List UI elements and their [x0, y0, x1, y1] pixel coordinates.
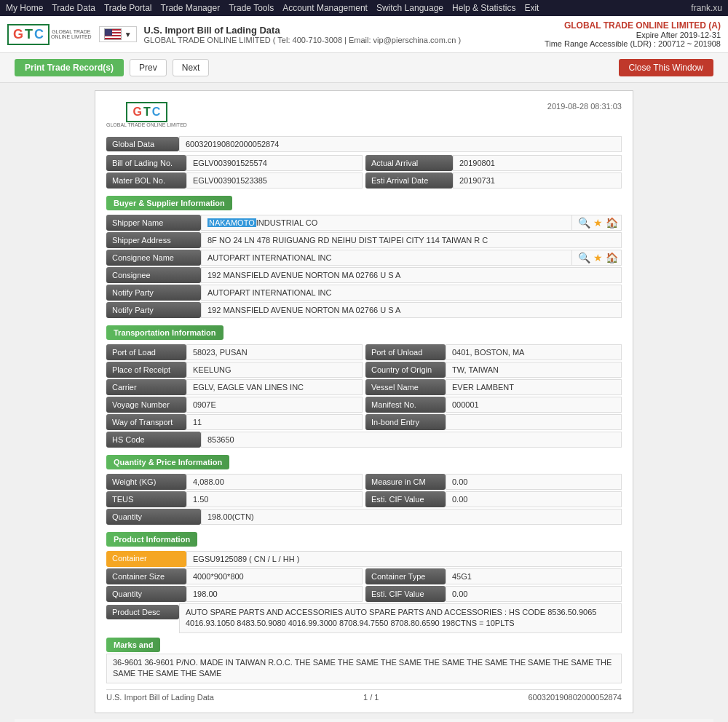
country-of-origin-value: TW, TAIWAN [446, 362, 622, 378]
product-desc-value: AUTO SPARE PARTS AND ACCESSORIES AUTO SP… [179, 603, 622, 633]
print-button-top[interactable]: Print Trade Record(s) [15, 59, 124, 76]
bol-value: EGLV003901525574 [186, 155, 363, 171]
nav-help-statistics[interactable]: Help & Statistics [452, 3, 515, 13]
product-esti-cif-label: Esti. CIF Value [365, 586, 446, 602]
language-selector[interactable]: ▼ [99, 26, 137, 42]
teus-cif-row: TEUS 1.50 Esti. CIF Value 0.00 [106, 491, 622, 507]
way-of-transport-label: Way of Transport [106, 414, 186, 430]
quantity-row: Quantity 198.00(CTN) [106, 509, 622, 525]
nav-exit[interactable]: Exit [524, 3, 539, 13]
mater-bol-label: Mater BOL No. [106, 172, 186, 189]
user-name: frank.xu [691, 3, 722, 13]
esti-arrival-value: 20190731 [453, 172, 622, 189]
transportation-section: Transportation Information Port of Load … [106, 320, 622, 448]
nav-account-management[interactable]: Account Management [282, 3, 368, 13]
port-row: Port of Load 58023, PUSAN Port of Unload… [106, 344, 622, 360]
weight-label: Weight (KG) [106, 474, 186, 490]
product-header: Product Information [106, 532, 197, 547]
marks-value: 36-9601 36-9601 P/NO. MADE IN TAIWAN R.O… [106, 654, 622, 683]
voyage-number-label: Voyage Number [106, 397, 186, 413]
consignee-star-icon[interactable]: ★ [593, 252, 603, 263]
nav-trade-data[interactable]: Trade Data [52, 3, 95, 13]
vessel-name-value: EVER LAMBENT [446, 379, 622, 395]
product-quantity-label: Quantity [106, 586, 186, 602]
transport-bond-row: Way of Transport 11 In-bond Entry [106, 414, 622, 430]
product-desc-row: Product Desc AUTO SPARE PARTS AND ACCESS… [106, 603, 622, 633]
shipper-star-icon[interactable]: ★ [593, 217, 603, 229]
quantity-price-header: Quantity & Price Information [106, 455, 229, 469]
container-type-label: Container Type [365, 568, 446, 584]
voyage-manifest-row: Voyage Number 0907E Manifest No. 000001 [106, 397, 622, 413]
carrier-label: Carrier [106, 379, 186, 395]
measure-label: Measure in CM [365, 474, 446, 490]
esti-cif-label: Esti. CIF Value [365, 491, 446, 507]
top-action-bar: Print Trade Record(s) Prev Next Close Th… [0, 53, 728, 83]
hs-code-value: 853650 [201, 432, 622, 448]
port-of-load-label: Port of Load [106, 344, 186, 360]
expire-info: Expire After 2019-12-31 [545, 31, 721, 39]
place-of-receipt-label: Place of Receipt [106, 362, 186, 378]
next-button-top[interactable]: Next [173, 59, 210, 76]
container-label: Container [106, 551, 186, 567]
header-right-info: GLOBAL TRADE ONLINE LIMITED (A) Expire A… [545, 20, 721, 48]
record-timestamp: 2019-08-28 08:31:03 [547, 102, 622, 111]
header-bar: GTC GLOBAL TRADEONLINE LIMITED ▼ U.S. Im… [0, 16, 728, 53]
in-bond-entry-label: In-bond Entry [365, 414, 446, 430]
card-logo: G T C GLOBAL TRADE ONLINE LIMITED [106, 102, 187, 127]
weight-value: 4,088.00 [186, 474, 363, 490]
receipt-origin-row: Place of Receipt KEELUNG Country of Orig… [106, 362, 622, 378]
shipper-name-rest: INDUSTRIAL CO [256, 218, 318, 227]
teus-label: TEUS [106, 491, 186, 507]
notify-party-2-value: 192 MANSFIELD AVENUE NORTON MA 02766 U S… [201, 302, 622, 318]
consignee-name-value: AUTOPART INTERNATIONAL INC [201, 250, 572, 266]
quantity-price-section: Quantity & Price Information Weight (KG)… [106, 449, 622, 525]
card-footer-page: 1 / 1 [363, 693, 379, 702]
voyage-number-value: 0907E [186, 397, 363, 413]
shipper-search-icon[interactable]: 🔍 [578, 217, 590, 229]
card-footer: U.S. Import Bill of Lading Data 1 / 1 60… [106, 689, 622, 702]
shipper-home-icon[interactable]: 🏠 [606, 217, 618, 229]
product-quantity-value: 198.00 [186, 586, 363, 602]
consignee-home-icon[interactable]: 🏠 [606, 252, 618, 263]
notify-party-2-label: Notify Party [106, 302, 201, 318]
consignee-name-label: Consignee Name [106, 250, 201, 266]
notify-party-1-value: AUTOPART INTERNATIONAL INC [201, 285, 622, 301]
container-row: Container EGSU9125089 ( CN / L / HH ) [106, 551, 622, 567]
container-value: EGSU9125089 ( CN / L / HH ) [186, 551, 622, 567]
port-of-unload-value: 0401, BOSTON, MA [446, 344, 622, 360]
nav-my-home[interactable]: My Home [6, 3, 43, 13]
card-footer-left: U.S. Import Bill of Lading Data [106, 693, 214, 702]
prev-button-top[interactable]: Prev [130, 59, 167, 76]
manifest-no-label: Manifest No. [365, 397, 446, 413]
product-esti-cif-value: 0.00 [446, 586, 622, 602]
measure-value: 0.00 [446, 474, 622, 490]
quantity-label: Quantity [106, 509, 201, 525]
nav-switch-language[interactable]: Switch Language [376, 3, 443, 13]
bol-label: Bill of Lading No. [106, 155, 186, 171]
notify-party-1-row: Notify Party AUTOPART INTERNATIONAL INC [106, 285, 622, 301]
close-button-top[interactable]: Close This Window [619, 59, 713, 76]
in-bond-entry-value [446, 414, 622, 430]
product-desc-label: Product Desc [106, 605, 179, 619]
product-section: Product Information Container EGSU912508… [106, 526, 622, 683]
manifest-no-value: 000001 [446, 397, 622, 413]
global-data-value: 600320190802000052874 [179, 136, 622, 152]
shipper-name-value: NAKAMOTO INDUSTRIAL CO [201, 215, 572, 231]
shipper-address-label: Shipper Address [106, 232, 201, 248]
container-size-type-row: Container Size 4000*900*800 Container Ty… [106, 568, 622, 584]
consignee-name-row: Consignee Name AUTOPART INTERNATIONAL IN… [106, 250, 622, 266]
nav-trade-manager[interactable]: Trade Manager [161, 3, 221, 13]
consignee-search-icon[interactable]: 🔍 [578, 252, 590, 263]
marks-label: Marks and [106, 638, 160, 652]
nav-trade-tools[interactable]: Trade Tools [229, 3, 274, 13]
way-of-transport-value: 11 [186, 414, 363, 430]
shipper-address-row: Shipper Address 8F NO 24 LN 478 RUIGUANG… [106, 232, 622, 248]
card-header: G T C GLOBAL TRADE ONLINE LIMITED 2019-0… [106, 102, 622, 127]
top-navigation: My Home Trade Data Trade Portal Trade Ma… [0, 0, 728, 16]
buyer-supplier-header: Buyer & Supplier Information [106, 196, 232, 210]
flag-icon [104, 28, 122, 40]
product-qty-cif-row: Quantity 198.00 Esti. CIF Value 0.00 [106, 586, 622, 602]
nav-trade-portal[interactable]: Trade Portal [104, 3, 152, 13]
container-size-value: 4000*900*800 [186, 568, 363, 584]
consignee-label: Consignee [106, 267, 201, 283]
